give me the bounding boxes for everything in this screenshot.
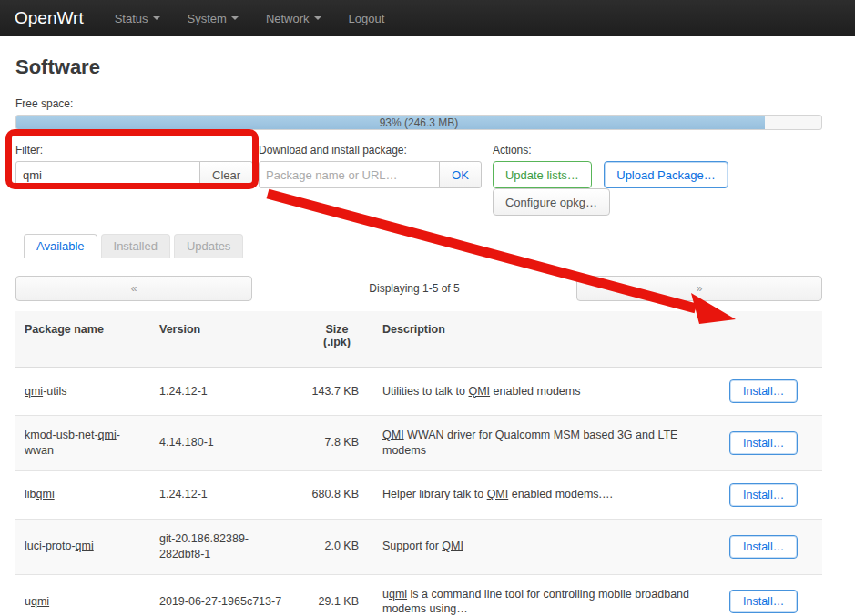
table-row: libqmi1.24.12-1680.8 KBHelper library ta… (15, 470, 822, 519)
pagination-status: Displaying 1-5 of 5 (252, 282, 576, 295)
package-size-cell: 29.1 KB (300, 574, 373, 616)
package-action-cell: Install… (720, 574, 822, 616)
download-label: Download and install package: (259, 144, 482, 157)
ok-button[interactable]: OK (439, 161, 482, 188)
tab-installed[interactable]: Installed (101, 234, 170, 258)
install-button[interactable]: Install… (729, 431, 798, 455)
table-header-row: Package name Version Size (.ipk) Descrip… (15, 311, 822, 368)
column-header-action (720, 311, 822, 368)
chevron-down-icon (153, 16, 160, 20)
nav-item-label: System (188, 12, 227, 25)
package-action-cell: Install… (720, 470, 822, 519)
update-lists-button[interactable]: Update lists… (493, 161, 592, 188)
package-size-cell: 7.8 KB (300, 416, 373, 471)
free-space-progressbar: 93% (246.3 MB) (15, 115, 822, 130)
package-description-cell: Utilities to talk to QMI enabled modems (373, 368, 720, 416)
column-header-version: Version (150, 311, 300, 368)
column-header-size: Size (.ipk) (300, 311, 373, 368)
page-prev-button[interactable]: « (15, 276, 252, 301)
page-next-button[interactable]: » (576, 276, 822, 301)
size-header-line2: (.ipk) (310, 336, 364, 348)
nav-item-system[interactable]: System (188, 12, 239, 25)
install-button[interactable]: Install… (729, 590, 798, 613)
package-size-cell: 143.7 KB (300, 368, 373, 416)
package-action-cell: Install… (720, 519, 822, 574)
nav-item-status[interactable]: Status (115, 12, 160, 25)
table-row: qmi-utils1.24.12-1143.7 KBUtilities to t… (15, 368, 822, 416)
package-version-cell: 1.24.12-1 (150, 368, 300, 416)
size-header-line1: Size (310, 323, 364, 336)
package-name-cell: uqmi (15, 574, 150, 616)
chevron-down-icon (314, 16, 321, 20)
table-row: luci-proto-qmigit-20.186.82389-282dbf8-1… (15, 519, 822, 574)
package-size-cell: 680.8 KB (300, 470, 373, 519)
install-button[interactable]: Install… (729, 483, 798, 507)
nav-item-network[interactable]: Network (266, 12, 321, 25)
configure-opkg-button[interactable]: Configure opkg… (493, 188, 610, 216)
tab-available[interactable]: Available (24, 234, 97, 258)
package-description-cell: Support for QMI (373, 519, 720, 574)
package-name-cell: libqmi (15, 470, 150, 519)
install-button[interactable]: Install… (729, 379, 798, 403)
column-header-package-name: Package name (15, 311, 150, 368)
package-description-cell: QMI WWAN driver for Qualcomm MSM based 3… (373, 416, 720, 471)
nav-item-logout[interactable]: Logout (349, 12, 385, 25)
navbar: OpenWrt Status System Network Logout (0, 0, 855, 36)
package-name-cell: qmi-utils (15, 368, 150, 416)
filter-label: Filter: (15, 144, 253, 157)
table-row: uqmi2019-06-27-1965c713-729.1 KBuqmi is … (15, 574, 822, 616)
column-header-description: Description (373, 311, 720, 368)
page-title: Software (15, 36, 822, 97)
package-size-cell: 2.0 KB (300, 519, 373, 574)
package-description-cell: uqmi is a command line tool for controll… (373, 574, 720, 616)
chevron-down-icon (231, 16, 239, 20)
package-version-cell: 1.24.12-1 (150, 470, 300, 519)
package-version-cell: 2019-06-27-1965c713-7 (150, 574, 300, 616)
package-action-cell: Install… (720, 416, 822, 471)
package-description-cell: Helper library talk to QMI enabled modem… (373, 470, 720, 519)
nav-item-label: Network (266, 12, 310, 25)
brand-openwrt[interactable]: OpenWrt (15, 8, 84, 28)
table-row: kmod-usb-net-qmi-wwan4.14.180-17.8 KBQMI… (15, 416, 822, 471)
package-version-cell: git-20.186.82389-282dbf8-1 (150, 519, 300, 574)
package-table-body: qmi-utils1.24.12-1143.7 KBUtilities to t… (15, 368, 822, 616)
package-action-cell: Install… (720, 368, 822, 416)
actions-label: Actions: (493, 144, 822, 157)
nav-item-label: Logout (349, 12, 385, 25)
upload-package-button[interactable]: Upload Package… (604, 161, 728, 188)
clear-button[interactable]: Clear (199, 161, 253, 188)
package-name-cell: luci-proto-qmi (15, 519, 150, 574)
filter-input[interactable] (15, 161, 200, 188)
tab-updates[interactable]: Updates (174, 234, 243, 258)
package-version-cell: 4.14.180-1 (150, 416, 300, 471)
install-button[interactable]: Install… (729, 535, 798, 559)
package-url-input[interactable] (259, 161, 440, 188)
tab-bar: Available Installed Updates (15, 233, 822, 258)
progress-value: 93% (246.3 MB) (16, 116, 821, 130)
package-name-cell: kmod-usb-net-qmi-wwan (15, 416, 150, 471)
free-space-label: Free space: (15, 97, 822, 110)
package-table: Package name Version Size (.ipk) Descrip… (15, 311, 822, 616)
nav-item-label: Status (115, 12, 148, 25)
